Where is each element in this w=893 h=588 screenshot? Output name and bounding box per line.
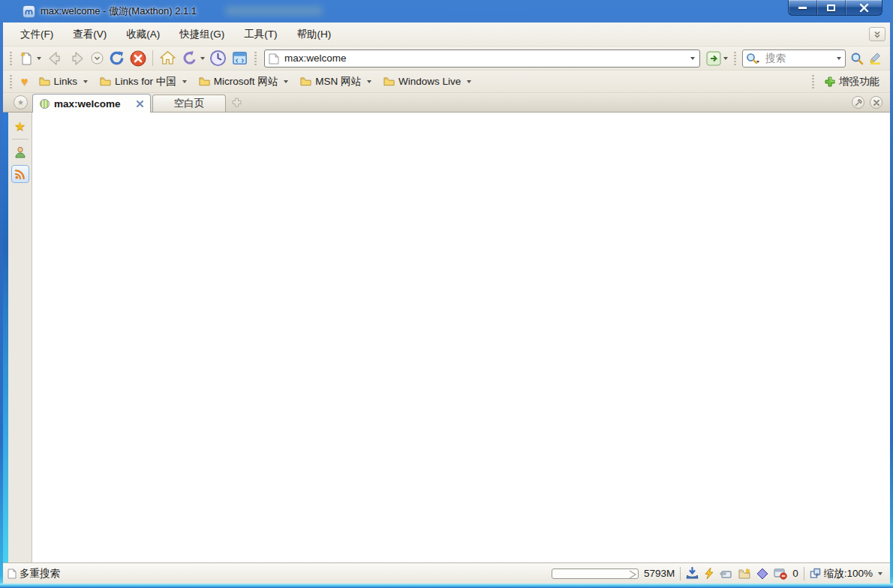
- folder-icon: [39, 76, 50, 86]
- plus-icon: [825, 76, 835, 87]
- tab-list-button[interactable]: ★: [14, 95, 28, 110]
- favorites-heart-icon[interactable]: ♥: [21, 75, 29, 88]
- menu-overflow-button[interactable]: [869, 27, 885, 41]
- forward-button[interactable]: [67, 48, 88, 69]
- sidebar-rss-button[interactable]: [11, 165, 29, 183]
- status-separator: [680, 567, 681, 580]
- address-input[interactable]: [264, 50, 700, 68]
- addons-label: 增强功能: [839, 75, 879, 88]
- close-button[interactable]: [846, 0, 882, 15]
- link-item-links[interactable]: Links: [35, 74, 93, 89]
- multi-search-label[interactable]: 多重搜索: [20, 567, 60, 580]
- zoom-control[interactable]: 缩放:100%: [810, 567, 882, 580]
- zoom-resize-icon: [810, 568, 821, 579]
- ad-blocker-button[interactable]: [774, 568, 787, 580]
- new-tab-button[interactable]: [230, 96, 243, 110]
- stop-button[interactable]: [128, 49, 148, 68]
- link-item-microsoft[interactable]: Microsoft 网站: [194, 73, 293, 91]
- link-item-msn[interactable]: MSN 网站: [296, 73, 376, 91]
- page-icon: [269, 53, 279, 64]
- tab-close-icon[interactable]: [137, 100, 143, 107]
- memory-usage: 5793M: [644, 568, 675, 579]
- highlighter-button[interactable]: [867, 50, 884, 67]
- address-bar-grip[interactable]: [254, 51, 257, 66]
- link-item-windows-live[interactable]: Windows Live: [379, 74, 476, 89]
- go-dropdown-caret: [723, 57, 728, 60]
- menu-item-groups[interactable]: 快捷组(G): [171, 25, 233, 44]
- history-button[interactable]: [208, 48, 228, 68]
- new-page-icon: [18, 50, 35, 67]
- addons-grip[interactable]: [811, 74, 815, 89]
- home-button[interactable]: [158, 48, 178, 68]
- maximize-button[interactable]: [817, 0, 846, 15]
- window-controls: [788, 0, 882, 16]
- sidebar-contacts-button[interactable]: [14, 146, 27, 159]
- tab-tools-button[interactable]: [852, 96, 864, 109]
- filter-diamond-button[interactable]: [756, 568, 768, 580]
- links-bar-grip[interactable]: [9, 74, 13, 89]
- search-bar-grip[interactable]: [733, 51, 737, 66]
- search-box: [742, 50, 846, 68]
- menu-item-file[interactable]: 文件(F): [12, 25, 62, 44]
- link-item-label: MSN 网站: [315, 75, 361, 88]
- tab-close-all-button[interactable]: [870, 96, 882, 109]
- undo-dropdown-caret: [200, 57, 205, 60]
- tab-label: 空白页: [174, 97, 205, 110]
- close-icon: [859, 4, 869, 12]
- address-bar: [264, 50, 700, 68]
- clock-icon: [209, 50, 227, 67]
- sidebar: ★: [8, 112, 32, 562]
- folder-icon: [300, 76, 311, 86]
- link-dropdown-caret: [284, 80, 288, 83]
- undo-button[interactable]: [179, 48, 206, 68]
- tab-blank-page[interactable]: 空白页: [152, 94, 226, 112]
- menu-item-help[interactable]: 帮助(H): [289, 25, 340, 44]
- sidebar-favorites-button[interactable]: ★: [14, 120, 26, 133]
- history-dropdown-button[interactable]: [89, 50, 105, 66]
- menu-item-tools[interactable]: 工具(T): [236, 25, 285, 44]
- download-button[interactable]: [686, 567, 699, 580]
- link-dropdown-caret: [367, 80, 371, 83]
- zoom-label: 缩放:100%: [824, 567, 873, 580]
- link-item-label: Windows Live: [398, 76, 461, 87]
- new-tab-toolbar-button[interactable]: [17, 49, 43, 68]
- new-page-dropdown-caret: [37, 57, 41, 60]
- progress-bar: [552, 568, 639, 579]
- tab-max-welcome[interactable]: max:welcome: [32, 94, 151, 112]
- browser-chrome: 文件(F) 查看(V) 收藏(A) 快捷组(G) 工具(T) 帮助(H): [3, 22, 890, 584]
- undo-icon: [181, 50, 198, 67]
- sidebar-divider: [12, 139, 29, 140]
- menu-item-view[interactable]: 查看(V): [65, 25, 115, 44]
- collector-folder-button[interactable]: [738, 568, 751, 579]
- window-panel-button[interactable]: [230, 48, 250, 68]
- forward-arrow-icon: [68, 50, 86, 68]
- turbo-lightning-button[interactable]: [704, 567, 714, 580]
- toolbar-grip[interactable]: [9, 51, 13, 66]
- page-content[interactable]: [32, 112, 890, 562]
- search-dropdown-caret[interactable]: [837, 57, 841, 60]
- title-bar[interactable]: max:welcome - 傲游(Maxthon) 2.1.1: [0, 0, 893, 22]
- wrench-icon: [855, 99, 862, 106]
- popup-window-button[interactable]: [720, 568, 732, 579]
- links-bar: ♥ Links Links for 中国 Microsoft 网站 MSN 网站: [3, 70, 890, 93]
- folder-icon: [383, 76, 395, 86]
- address-dropdown-caret[interactable]: [690, 57, 695, 60]
- folder-icon: [199, 76, 210, 86]
- search-engine-caret: [756, 61, 759, 63]
- addons-button[interactable]: 增强功能: [820, 73, 884, 91]
- status-bar: 多重搜索 5793M: [3, 562, 890, 584]
- window-left-border: [3, 112, 8, 562]
- browser-window: max:welcome - 傲游(Maxthon) 2.1.1 文件(F) 查看…: [0, 0, 893, 588]
- minimize-button[interactable]: [789, 0, 817, 15]
- go-arrow-icon: [706, 51, 721, 66]
- progress-arrow-icon: [628, 570, 637, 579]
- chevron-double-down-icon: [873, 31, 881, 38]
- search-go-button[interactable]: [849, 50, 865, 67]
- back-button[interactable]: [44, 48, 65, 69]
- link-dropdown-caret: [83, 80, 88, 83]
- menu-item-favorites[interactable]: 收藏(A): [118, 25, 168, 44]
- refresh-button[interactable]: [107, 48, 127, 68]
- link-item-links-for-china[interactable]: Links for 中国: [95, 73, 191, 91]
- blocked-count: 0: [792, 568, 798, 579]
- go-button[interactable]: [705, 50, 729, 68]
